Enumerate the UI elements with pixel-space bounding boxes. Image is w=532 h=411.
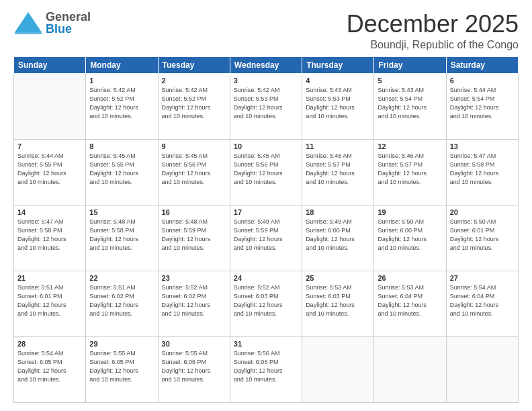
calendar-week-row: 28Sunrise: 5:54 AMSunset: 6:05 PMDayligh…: [14, 336, 519, 402]
calendar-day-cell: 24Sunrise: 5:52 AMSunset: 6:03 PMDayligh…: [230, 271, 302, 336]
day-number: 27: [450, 274, 515, 282]
day-info: Sunrise: 5:46 AMSunset: 5:57 PMDaylight:…: [306, 152, 370, 187]
calendar-day-cell: [446, 336, 518, 402]
day-number: 31: [234, 340, 298, 348]
day-number: 20: [450, 208, 515, 216]
day-number: 25: [306, 274, 370, 282]
day-number: 4: [306, 77, 370, 85]
calendar-day-cell: 19Sunrise: 5:50 AMSunset: 6:00 PMDayligh…: [374, 205, 446, 271]
day-number: 5: [378, 77, 442, 85]
logo-text-box: General Blue: [46, 11, 91, 35]
header: General Blue December 2025 Boundji, Repu…: [13, 11, 519, 51]
day-number: 2: [162, 77, 226, 85]
day-number: 11: [306, 142, 370, 150]
day-number: 23: [162, 274, 226, 282]
day-info: Sunrise: 5:43 AMSunset: 5:53 PMDaylight:…: [306, 86, 370, 121]
day-number: 21: [17, 274, 82, 282]
day-number: 26: [378, 274, 442, 282]
day-info: Sunrise: 5:53 AMSunset: 6:04 PMDaylight:…: [378, 283, 442, 318]
day-info: Sunrise: 5:45 AMSunset: 5:56 PMDaylight:…: [162, 152, 226, 187]
calendar-day-cell: 25Sunrise: 5:53 AMSunset: 6:03 PMDayligh…: [302, 271, 374, 336]
calendar-day-cell: 2Sunrise: 5:42 AMSunset: 5:52 PMDaylight…: [158, 73, 230, 139]
day-number: 22: [89, 274, 154, 282]
day-info: Sunrise: 5:45 AMSunset: 5:56 PMDaylight:…: [234, 152, 298, 187]
day-info: Sunrise: 5:44 AMSunset: 5:55 PMDaylight:…: [17, 152, 82, 187]
day-number: 19: [378, 208, 442, 216]
day-info: Sunrise: 5:55 AMSunset: 6:05 PMDaylight:…: [89, 349, 154, 384]
day-info: Sunrise: 5:42 AMSunset: 5:52 PMDaylight:…: [162, 86, 226, 121]
calendar-day-cell: 23Sunrise: 5:52 AMSunset: 6:02 PMDayligh…: [158, 271, 230, 336]
calendar-day-cell: 12Sunrise: 5:46 AMSunset: 5:57 PMDayligh…: [374, 139, 446, 205]
calendar-day-header: Saturday: [446, 56, 518, 73]
calendar-day-cell: [14, 73, 86, 139]
day-info: Sunrise: 5:47 AMSunset: 5:58 PMDaylight:…: [450, 152, 515, 187]
day-number: 13: [450, 142, 515, 150]
calendar-day-cell: 6Sunrise: 5:44 AMSunset: 5:54 PMDaylight…: [446, 73, 518, 139]
day-number: 18: [306, 208, 370, 216]
day-number: 6: [450, 77, 515, 85]
calendar-table: SundayMondayTuesdayWednesdayThursdayFrid…: [13, 56, 519, 403]
calendar-day-cell: 21Sunrise: 5:51 AMSunset: 6:01 PMDayligh…: [14, 271, 86, 336]
day-info: Sunrise: 5:54 AMSunset: 6:04 PMDaylight:…: [450, 283, 515, 318]
day-number: 28: [17, 340, 82, 348]
calendar-week-row: 14Sunrise: 5:47 AMSunset: 5:58 PMDayligh…: [14, 205, 519, 271]
day-info: Sunrise: 5:51 AMSunset: 6:01 PMDaylight:…: [17, 283, 82, 318]
calendar-day-cell: 16Sunrise: 5:48 AMSunset: 5:59 PMDayligh…: [158, 205, 230, 271]
day-info: Sunrise: 5:55 AMSunset: 6:06 PMDaylight:…: [162, 349, 226, 384]
calendar-day-cell: 29Sunrise: 5:55 AMSunset: 6:05 PMDayligh…: [86, 336, 158, 402]
calendar-day-cell: 9Sunrise: 5:45 AMSunset: 5:56 PMDaylight…: [158, 139, 230, 205]
calendar-week-row: 7Sunrise: 5:44 AMSunset: 5:55 PMDaylight…: [14, 139, 519, 205]
day-number: 16: [162, 208, 226, 216]
day-number: 12: [378, 142, 442, 150]
day-info: Sunrise: 5:44 AMSunset: 5:54 PMDaylight:…: [450, 86, 515, 121]
day-info: Sunrise: 5:54 AMSunset: 6:05 PMDaylight:…: [17, 349, 82, 384]
calendar-day-cell: 18Sunrise: 5:49 AMSunset: 6:00 PMDayligh…: [302, 205, 374, 271]
logo: General Blue: [13, 11, 91, 35]
day-info: Sunrise: 5:45 AMSunset: 5:55 PMDaylight:…: [89, 152, 154, 187]
day-info: Sunrise: 5:42 AMSunset: 5:53 PMDaylight:…: [234, 86, 298, 121]
calendar-day-cell: 31Sunrise: 5:56 AMSunset: 6:06 PMDayligh…: [230, 336, 302, 402]
calendar-week-row: 21Sunrise: 5:51 AMSunset: 6:01 PMDayligh…: [14, 271, 519, 336]
logo-icon: [13, 11, 43, 35]
calendar-day-cell: 8Sunrise: 5:45 AMSunset: 5:55 PMDaylight…: [86, 139, 158, 205]
day-number: 30: [162, 340, 226, 348]
day-number: 17: [234, 208, 298, 216]
day-number: 1: [89, 77, 154, 85]
day-info: Sunrise: 5:49 AMSunset: 6:00 PMDaylight:…: [306, 218, 370, 253]
calendar-day-cell: 7Sunrise: 5:44 AMSunset: 5:55 PMDaylight…: [14, 139, 86, 205]
day-number: 3: [234, 77, 298, 85]
day-number: 9: [162, 142, 226, 150]
day-info: Sunrise: 5:50 AMSunset: 6:01 PMDaylight:…: [450, 218, 515, 253]
calendar-day-cell: 26Sunrise: 5:53 AMSunset: 6:04 PMDayligh…: [374, 271, 446, 336]
day-info: Sunrise: 5:53 AMSunset: 6:03 PMDaylight:…: [306, 283, 370, 318]
day-info: Sunrise: 5:50 AMSunset: 6:00 PMDaylight:…: [378, 218, 442, 253]
calendar-day-cell: 4Sunrise: 5:43 AMSunset: 5:53 PMDaylight…: [302, 73, 374, 139]
calendar-day-cell: 30Sunrise: 5:55 AMSunset: 6:06 PMDayligh…: [158, 336, 230, 402]
calendar-day-cell: 14Sunrise: 5:47 AMSunset: 5:58 PMDayligh…: [14, 205, 86, 271]
svg-rect-1: [15, 32, 42, 34]
day-info: Sunrise: 5:43 AMSunset: 5:54 PMDaylight:…: [378, 86, 442, 121]
calendar-day-header: Friday: [374, 56, 446, 73]
calendar-day-cell: 28Sunrise: 5:54 AMSunset: 6:05 PMDayligh…: [14, 336, 86, 402]
day-number: 24: [234, 274, 298, 282]
calendar-day-cell: 1Sunrise: 5:42 AMSunset: 5:52 PMDaylight…: [86, 73, 158, 139]
calendar-day-cell: 17Sunrise: 5:49 AMSunset: 5:59 PMDayligh…: [230, 205, 302, 271]
svg-marker-0: [15, 12, 42, 32]
calendar-day-header: Thursday: [302, 56, 374, 73]
calendar-day-cell: [374, 336, 446, 402]
page: General Blue December 2025 Boundji, Repu…: [0, 0, 532, 411]
day-info: Sunrise: 5:46 AMSunset: 5:57 PMDaylight:…: [378, 152, 442, 187]
calendar-day-cell: 22Sunrise: 5:51 AMSunset: 6:02 PMDayligh…: [86, 271, 158, 336]
day-info: Sunrise: 5:42 AMSunset: 5:52 PMDaylight:…: [89, 86, 154, 121]
day-number: 29: [89, 340, 154, 348]
day-info: Sunrise: 5:52 AMSunset: 6:03 PMDaylight:…: [234, 283, 298, 318]
calendar-day-header: Tuesday: [158, 56, 230, 73]
day-info: Sunrise: 5:52 AMSunset: 6:02 PMDaylight:…: [162, 283, 226, 318]
day-info: Sunrise: 5:48 AMSunset: 5:59 PMDaylight:…: [162, 218, 226, 253]
day-info: Sunrise: 5:56 AMSunset: 6:06 PMDaylight:…: [234, 349, 298, 384]
subtitle: Boundji, Republic of the Congo: [347, 39, 519, 51]
calendar-day-cell: 3Sunrise: 5:42 AMSunset: 5:53 PMDaylight…: [230, 73, 302, 139]
day-number: 7: [17, 142, 82, 150]
day-info: Sunrise: 5:48 AMSunset: 5:58 PMDaylight:…: [89, 218, 154, 253]
day-info: Sunrise: 5:49 AMSunset: 5:59 PMDaylight:…: [234, 218, 298, 253]
